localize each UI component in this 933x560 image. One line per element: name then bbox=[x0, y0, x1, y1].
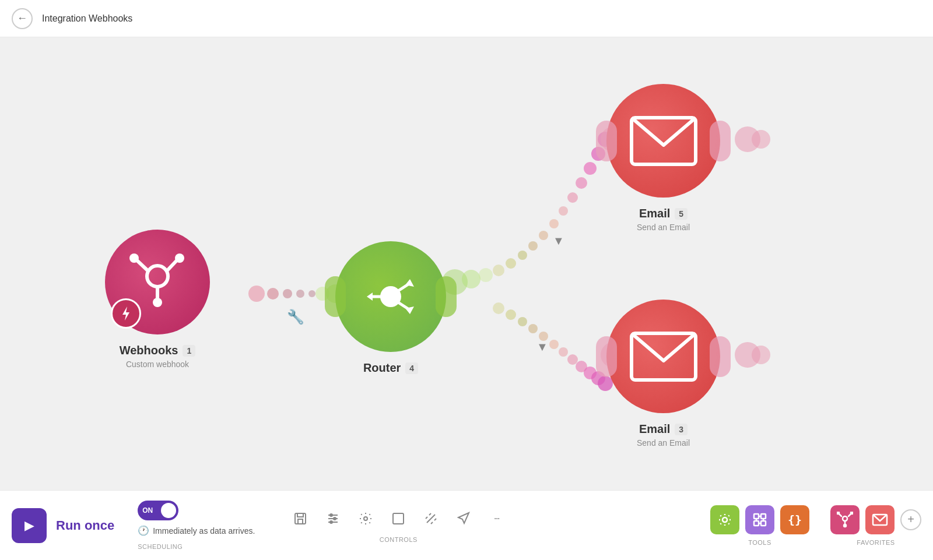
svg-point-0 bbox=[248, 286, 265, 302]
controls-section: ··· CONTROLS bbox=[290, 508, 507, 543]
webhooks-node[interactable]: Webhooks 1 Custom webhook bbox=[105, 230, 210, 369]
email-top-icon bbox=[629, 115, 699, 167]
note-icon-btn[interactable] bbox=[388, 508, 409, 529]
tools-section: {} TOOLS bbox=[710, 505, 809, 546]
webhooks-sublabel: Custom webhook bbox=[126, 360, 189, 369]
email-bottom-right-handle bbox=[710, 336, 731, 377]
svg-point-20 bbox=[584, 162, 597, 175]
svg-point-29 bbox=[539, 332, 548, 341]
bottom-toolbar: ▶ Run once ON 🕐 Immediately as data arri… bbox=[0, 490, 933, 560]
router-left-handle bbox=[325, 276, 346, 317]
svg-line-74 bbox=[434, 519, 436, 520]
svg-point-90 bbox=[837, 512, 839, 514]
save-icon bbox=[293, 512, 307, 526]
controls-label: CONTROLS bbox=[380, 536, 418, 543]
router-badge: 4 bbox=[405, 362, 418, 374]
svg-point-34 bbox=[584, 367, 597, 379]
tool-bracket-text: {} bbox=[788, 513, 802, 527]
email-bottom-badge: 3 bbox=[675, 424, 688, 435]
svg-point-33 bbox=[576, 361, 587, 372]
svg-point-10 bbox=[479, 268, 493, 282]
tools-label: TOOLS bbox=[748, 539, 771, 546]
save-icon-btn[interactable] bbox=[290, 508, 311, 529]
svg-point-17 bbox=[559, 206, 568, 216]
fav-webhook-button[interactable] bbox=[830, 505, 860, 534]
svg-point-48 bbox=[129, 253, 139, 263]
sliders-icon bbox=[326, 512, 340, 526]
more-dots: ··· bbox=[494, 512, 499, 524]
plane-icon bbox=[457, 512, 471, 526]
scheduling-time: 🕐 Immediately as data arrives. bbox=[138, 525, 255, 536]
svg-point-30 bbox=[549, 340, 559, 349]
svg-point-43 bbox=[147, 266, 168, 287]
router-circle bbox=[335, 241, 446, 352]
run-once-button[interactable]: ▶ bbox=[12, 508, 47, 543]
email-top-badge: 5 bbox=[675, 208, 688, 220]
sliders-icon-btn[interactable] bbox=[322, 508, 343, 529]
email-bottom-circle bbox=[606, 300, 720, 413]
tool-cog-button[interactable] bbox=[710, 505, 739, 534]
svg-point-15 bbox=[539, 231, 548, 240]
back-icon: ← bbox=[17, 12, 27, 24]
tools-icons: {} bbox=[710, 505, 809, 534]
tool-bracket-button[interactable]: {} bbox=[780, 505, 809, 534]
favorites-label: FAVORITES bbox=[857, 539, 895, 546]
tool-cog-icon bbox=[717, 512, 733, 528]
scheduling-toggle[interactable]: ON bbox=[138, 501, 178, 520]
svg-point-13 bbox=[518, 251, 527, 260]
svg-marker-57 bbox=[367, 293, 373, 301]
svg-point-11 bbox=[493, 265, 504, 276]
favorites-icons: + bbox=[830, 505, 921, 534]
tool-puzzle-button[interactable] bbox=[745, 505, 774, 534]
plane-icon-btn[interactable] bbox=[453, 508, 474, 529]
email-top-node[interactable]: Email 5 Send an Email bbox=[606, 84, 720, 232]
svg-point-26 bbox=[506, 309, 516, 320]
email-top-sublabel: Send an Email bbox=[637, 223, 690, 232]
filter-bottom-icon: ▼ bbox=[536, 340, 548, 354]
toggle-on-label: ON bbox=[142, 506, 153, 515]
add-favorite-button[interactable]: + bbox=[900, 509, 921, 530]
more-icon-btn[interactable]: ··· bbox=[486, 508, 507, 529]
svg-point-32 bbox=[567, 354, 578, 365]
email-bottom-icon bbox=[629, 330, 699, 383]
svg-line-71 bbox=[427, 515, 435, 523]
fav-email-icon bbox=[872, 513, 888, 526]
email-top-label: Email 5 bbox=[639, 207, 688, 220]
svg-point-31 bbox=[559, 347, 568, 357]
svg-point-1 bbox=[267, 288, 279, 300]
header: ← Integration Webhooks bbox=[0, 0, 933, 37]
fav-email-button[interactable] bbox=[865, 505, 895, 534]
svg-point-27 bbox=[518, 317, 527, 326]
svg-point-3 bbox=[296, 290, 304, 298]
svg-rect-70 bbox=[393, 513, 404, 524]
svg-line-72 bbox=[426, 517, 427, 519]
svg-point-89 bbox=[844, 524, 846, 527]
svg-point-67 bbox=[334, 517, 336, 520]
wand-icon-btn[interactable] bbox=[420, 508, 441, 529]
svg-point-91 bbox=[851, 512, 853, 514]
svg-line-87 bbox=[839, 514, 841, 516]
email-bottom-node[interactable]: Email 3 Send an Email bbox=[606, 300, 720, 448]
svg-point-49 bbox=[175, 253, 184, 263]
fav-webhook-icon bbox=[837, 512, 853, 528]
svg-point-19 bbox=[576, 177, 587, 189]
wand-icon bbox=[424, 512, 438, 526]
gear-icon-btn[interactable] bbox=[355, 508, 376, 529]
svg-point-16 bbox=[549, 219, 559, 228]
svg-rect-78 bbox=[761, 514, 766, 519]
back-button[interactable]: ← bbox=[12, 8, 33, 29]
svg-line-73 bbox=[429, 513, 431, 515]
router-node[interactable]: Router 4 bbox=[335, 241, 446, 375]
svg-point-39 bbox=[735, 126, 760, 152]
svg-point-14 bbox=[528, 241, 538, 251]
scheduling-label: SCHEDULING bbox=[138, 543, 255, 550]
webhooks-circle bbox=[105, 230, 210, 334]
router-right-handle bbox=[436, 276, 457, 317]
note-icon bbox=[391, 512, 405, 526]
webhooks-badge: 1 bbox=[183, 345, 195, 357]
svg-line-75 bbox=[431, 522, 433, 524]
svg-marker-50 bbox=[122, 307, 129, 320]
toggle-knob bbox=[161, 503, 176, 518]
email-bottom-left-handle bbox=[596, 336, 617, 377]
svg-point-25 bbox=[493, 302, 504, 314]
